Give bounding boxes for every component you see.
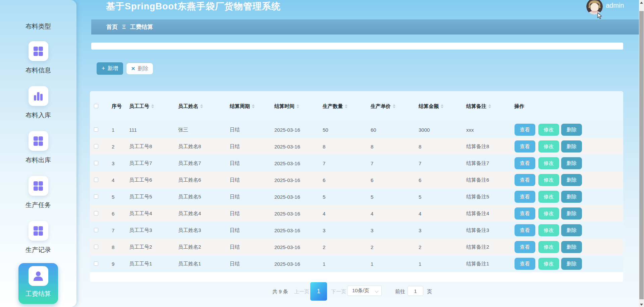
row-checkbox[interactable]	[94, 245, 98, 249]
column-header-5[interactable]: 结算时间	[274, 91, 299, 121]
edit-button[interactable]: 修改	[538, 124, 559, 136]
cell-note: 结算备注8	[466, 138, 489, 155]
cell-qty: 8	[323, 138, 325, 155]
edit-button[interactable]: 修改	[538, 174, 559, 186]
column-header-3[interactable]: 员工姓名	[178, 91, 203, 121]
sort-caret-icon[interactable]	[200, 104, 203, 108]
cell-price: 7	[371, 155, 373, 172]
sidebar-item-布料入库[interactable]: 布料入库	[0, 86, 76, 120]
breadcrumb-home[interactable]: 首页	[106, 23, 118, 31]
table-row-1: 1111张三日结2025-03-1650603000xxx查看修改删除	[90, 121, 623, 138]
row-delete-button[interactable]: 删除	[561, 191, 582, 203]
cell-cycle: 日结	[230, 138, 240, 155]
row-delete-button[interactable]: 删除	[561, 241, 582, 253]
column-header-label: 结算金额	[419, 103, 439, 110]
pagination-next[interactable]: 下一页	[331, 289, 346, 295]
page-size-select[interactable]: 10条/页	[347, 286, 382, 296]
edit-button[interactable]: 修改	[538, 191, 559, 203]
cell-price: 5	[371, 188, 373, 205]
row-checkbox[interactable]	[94, 211, 98, 216]
cell-price: 2	[371, 239, 373, 255]
row-delete-button[interactable]: 删除	[561, 157, 582, 169]
edit-button[interactable]: 修改	[538, 157, 559, 169]
grid-icon	[29, 131, 48, 151]
sort-caret-icon[interactable]	[345, 104, 347, 108]
cell-emp_id: 员工工号3	[129, 222, 152, 239]
view-button[interactable]: 查看	[515, 241, 535, 253]
column-header-label: 员工工号	[129, 103, 149, 110]
cell-price: 4	[371, 205, 373, 222]
column-header-6[interactable]: 生产数量	[323, 91, 347, 121]
cell-date: 2025-03-16	[274, 222, 300, 239]
row-delete-button[interactable]: 删除	[561, 124, 582, 136]
row-checkbox[interactable]	[94, 178, 98, 182]
sort-caret-icon[interactable]	[488, 104, 491, 108]
row-delete-button[interactable]: 删除	[561, 140, 582, 152]
table-header-row: 序号员工工号员工姓名结算周期结算时间生产数量生产单价结算金额结算备注操作	[90, 91, 623, 121]
row-checkbox[interactable]	[94, 161, 98, 165]
sort-caret-icon[interactable]	[441, 104, 443, 108]
edit-button[interactable]: 修改	[538, 140, 559, 152]
view-button[interactable]: 查看	[515, 157, 535, 169]
view-button[interactable]: 查看	[515, 224, 535, 236]
cell-cycle: 日结	[230, 121, 240, 138]
column-header-2[interactable]: 员工工号	[129, 91, 154, 121]
sidebar-item-生产记录[interactable]: 生产记录	[0, 221, 76, 254]
scroll-up-icon[interactable]	[639, 0, 644, 5]
view-button[interactable]: 查看	[515, 140, 535, 152]
row-checkbox[interactable]	[94, 194, 98, 199]
view-button[interactable]: 查看	[515, 174, 535, 186]
cell-date: 2025-03-16	[274, 188, 300, 205]
sidebar-item-布料信息[interactable]: 布料信息	[0, 41, 76, 75]
column-header-label: 序号	[112, 103, 122, 110]
column-header-label: 结算备注	[466, 103, 486, 110]
sort-caret-icon[interactable]	[252, 104, 255, 108]
scrollbar[interactable]	[639, 0, 644, 307]
sidebar-item-工费结算-active[interactable]: 工费结算	[18, 263, 58, 304]
cell-cycle: 日结	[230, 188, 240, 205]
cell-date: 2025-03-16	[274, 155, 300, 172]
column-header-7[interactable]: 生产单价	[371, 91, 395, 121]
view-button[interactable]: 查看	[515, 191, 535, 203]
row-checkbox[interactable]	[94, 261, 98, 266]
row-checkbox[interactable]	[94, 127, 98, 132]
pagination-prev[interactable]: 上一页	[294, 289, 309, 295]
select-all-checkbox[interactable]	[94, 104, 98, 108]
row-delete-button[interactable]: 删除	[561, 224, 582, 236]
delete-button[interactable]: ✕ 删除	[126, 63, 153, 75]
sort-caret-icon[interactable]	[297, 104, 299, 108]
add-button[interactable]: + 新增	[97, 62, 123, 75]
row-checkbox[interactable]	[94, 228, 98, 232]
scrollbar-thumb[interactable]	[639, 11, 644, 299]
search-bar[interactable]	[91, 43, 623, 50]
sort-caret-icon[interactable]	[151, 104, 154, 108]
cell-qty: 3	[323, 222, 325, 239]
scroll-down-icon[interactable]	[639, 302, 644, 307]
sidebar-item-布料类型[interactable]: 布料类型	[0, 22, 76, 31]
cell-note: 结算备注7	[466, 155, 489, 172]
view-button[interactable]: 查看	[515, 124, 535, 136]
sidebar-item-生产任务[interactable]: 生产任务	[0, 176, 76, 209]
sidebar-item-布料出库[interactable]: 布料出库	[0, 131, 76, 165]
column-header-4[interactable]: 结算周期	[230, 91, 255, 121]
row-checkbox[interactable]	[94, 144, 98, 148]
edit-button[interactable]: 修改	[538, 224, 559, 236]
cell-cycle: 日结	[230, 222, 240, 239]
table-row-6: 6员工工号4员工姓名4日结2025-03-16444结算备注4查看修改删除	[90, 205, 623, 222]
column-header-9[interactable]: 结算备注	[466, 91, 491, 121]
pagination-page-1[interactable]: 1	[310, 282, 327, 301]
edit-button[interactable]: 修改	[538, 241, 559, 253]
admin-username[interactable]: admin	[606, 2, 624, 9]
column-header-8[interactable]: 结算金额	[419, 91, 443, 121]
sort-caret-icon[interactable]	[393, 104, 395, 108]
cell-note: 结算备注5	[466, 188, 489, 205]
edit-button[interactable]: 修改	[538, 207, 559, 220]
view-button[interactable]: 查看	[515, 207, 535, 220]
row-delete-button[interactable]: 删除	[561, 258, 582, 270]
row-delete-button[interactable]: 删除	[561, 207, 582, 220]
view-button[interactable]: 查看	[515, 258, 535, 270]
cell-emp_id: 员工工号8	[129, 138, 152, 155]
edit-button[interactable]: 修改	[538, 258, 559, 270]
goto-page-input[interactable]: 1	[408, 286, 423, 296]
row-delete-button[interactable]: 删除	[561, 174, 582, 186]
